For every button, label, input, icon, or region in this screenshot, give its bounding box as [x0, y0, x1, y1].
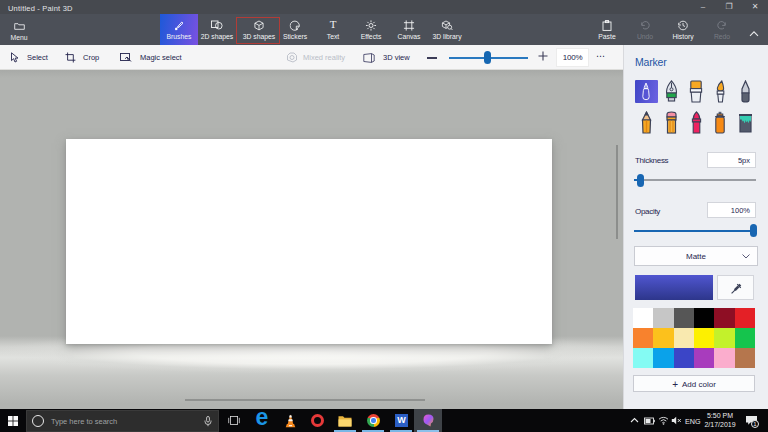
svg-text:e: e	[256, 411, 269, 426]
